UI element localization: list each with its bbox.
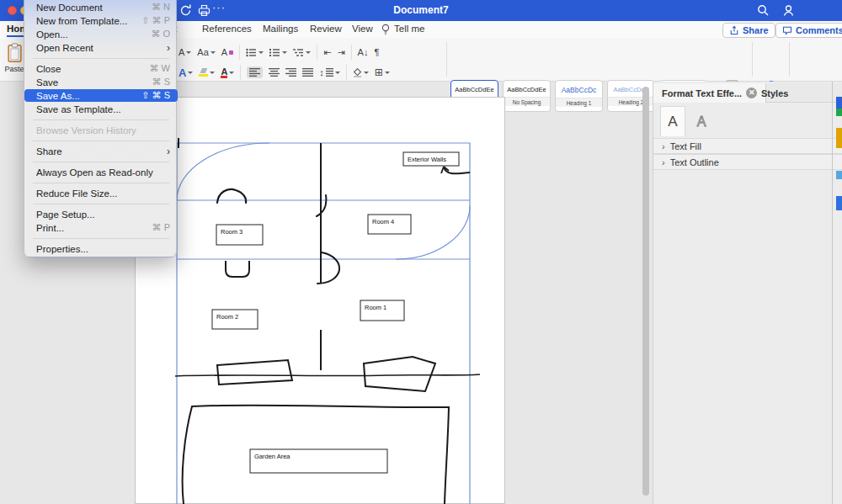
- file-menu: New Document⌘ N New from Template...⇧ ⌘ …: [24, 0, 177, 257]
- menu-item-save[interactable]: Save⌘ S: [24, 76, 178, 88]
- dock-app-green-icon[interactable]: [836, 109, 842, 116]
- ink-callout-arrow[interactable]: [441, 167, 470, 173]
- ink-horizontal-wall[interactable]: [175, 374, 480, 376]
- menu-separator: [33, 58, 169, 59]
- text-outline-options-tab[interactable]: A: [689, 106, 714, 136]
- menu-separator: [33, 162, 169, 162]
- comment-icon: [782, 25, 792, 35]
- menu-item-new-document[interactable]: New Document⌘ N: [24, 1, 178, 13]
- ink-door-frame[interactable]: [226, 261, 249, 277]
- document-scrollbar[interactable]: [642, 87, 649, 496]
- menu-item-save-as-template[interactable]: Save as Template...: [24, 103, 178, 115]
- decrease-indent-button[interactable]: ⇤: [323, 47, 331, 58]
- align-center-button[interactable]: [269, 68, 280, 77]
- menu-item-browse-version-history: Browse Version History: [24, 124, 178, 136]
- menu-separator: [33, 204, 169, 204]
- menu-item-open[interactable]: Open...⌘ O: [24, 28, 178, 40]
- room4-label: Room 4: [372, 218, 394, 225]
- room1-textbox[interactable]: Room 1: [360, 300, 404, 321]
- change-case-button[interactable]: Aa: [197, 47, 215, 57]
- word-app-window: ··· Document7 Home Insert Draw Design La…: [0, 0, 842, 504]
- text-outline-section[interactable]: › Text Outline: [653, 154, 842, 170]
- tab-mailings[interactable]: Mailings: [263, 24, 298, 34]
- exterior-walls-textbox[interactable]: Exterior Walls: [403, 152, 459, 166]
- exterior-walls-label: Exterior Walls: [408, 156, 446, 163]
- menu-item-close[interactable]: Close⌘ W: [24, 62, 178, 75]
- room2-textbox[interactable]: Room 2: [212, 310, 258, 329]
- menu-item-share[interactable]: Share›: [24, 145, 178, 157]
- submenu-arrow-icon: ›: [167, 42, 170, 54]
- format-pane: Format Text Effe... ✕ Styles A A › Text …: [653, 82, 842, 504]
- menu-item-always-open-read-only[interactable]: Always Open as Read-only: [24, 166, 178, 178]
- line-spacing-button[interactable]: ↕: [319, 67, 340, 77]
- room3-textbox[interactable]: Room 3: [216, 225, 263, 245]
- show-paragraph-marks-button[interactable]: ¶: [374, 47, 379, 57]
- shading-button[interactable]: [353, 68, 369, 77]
- align-left-button[interactable]: [247, 66, 263, 78]
- paint-bucket-icon: [353, 68, 362, 77]
- comments-button-label: Comments: [796, 25, 842, 35]
- menu-item-properties[interactable]: Properties...: [24, 242, 178, 255]
- dock-app-blue2-icon[interactable]: [836, 196, 842, 210]
- share-icon: [729, 25, 739, 35]
- menu-separator: [33, 183, 169, 183]
- tab-view[interactable]: View: [352, 24, 373, 34]
- bullet-list-button[interactable]: [246, 48, 264, 57]
- tab-tell-me[interactable]: Tell me: [394, 24, 424, 34]
- menu-item-save-as[interactable]: Save As...⇧ ⌘ S: [24, 89, 178, 102]
- floor-plan-drawing: Exterior Walls Room 3 Room 4 Room 2 Room…: [135, 97, 505, 504]
- garden-area-textbox[interactable]: Garden Area: [250, 449, 387, 473]
- font-size-button[interactable]: A: [179, 47, 191, 57]
- increase-indent-button[interactable]: ⇥: [337, 47, 344, 58]
- text-effects-button[interactable]: A: [179, 66, 193, 79]
- clear-formatting-button[interactable]: A: [221, 47, 233, 57]
- room1-label: Room 1: [365, 304, 386, 311]
- font-color-button[interactable]: A: [221, 67, 234, 78]
- share-button[interactable]: Share: [722, 23, 775, 38]
- menu-separator: [33, 141, 169, 141]
- chevron-right-icon: ›: [662, 157, 665, 167]
- numbered-list-button[interactable]: [269, 48, 287, 57]
- screen-edge-divider: [832, 82, 833, 504]
- outline-a-icon: A: [693, 112, 710, 130]
- comments-button[interactable]: Comments: [775, 23, 842, 38]
- solid-a-icon: A: [668, 114, 677, 130]
- account-icon[interactable]: [781, 3, 796, 18]
- highlighter-icon: [199, 68, 208, 77]
- sort-button[interactable]: A↓: [358, 47, 369, 57]
- ink-left-block[interactable]: [217, 360, 292, 385]
- align-right-button[interactable]: [285, 68, 296, 77]
- text-outline-section-label: Text Outline: [670, 157, 719, 167]
- tab-review[interactable]: Review: [310, 24, 342, 34]
- tab-references[interactable]: References: [202, 24, 252, 34]
- style-no-spacing[interactable]: AaBbCcDdEe No Spacing: [503, 80, 551, 112]
- format-text-effects-tab-label: Format Text Effe...: [662, 88, 742, 98]
- styles-tab-label: Styles: [761, 88, 788, 98]
- menu-item-reduce-file-size[interactable]: Reduce File Size...: [24, 187, 178, 199]
- justify-button[interactable]: [302, 68, 313, 77]
- tab-styles-pane[interactable]: Styles: [753, 83, 797, 103]
- menu-item-print[interactable]: Print...⌘ P: [24, 221, 178, 234]
- tab-format-text-effects[interactable]: Format Text Effe... ✕: [653, 83, 766, 103]
- room3-label: Room 3: [221, 228, 242, 236]
- ink-right-block[interactable]: [364, 357, 435, 391]
- dock-app-yellow-icon[interactable]: [836, 128, 842, 148]
- text-fill-section[interactable]: › Text Fill: [653, 138, 842, 154]
- lightbulb-icon: [381, 24, 391, 36]
- clipboard-icon: [7, 43, 23, 63]
- menu-item-new-from-template[interactable]: New from Template...⇧ ⌘ P: [24, 14, 178, 27]
- search-icon[interactable]: [756, 3, 770, 18]
- menu-item-page-setup[interactable]: Page Setup...: [24, 208, 178, 220]
- style-heading-1[interactable]: AaBbCcDc Heading 1: [555, 80, 603, 112]
- highlight-color-button[interactable]: [199, 68, 215, 77]
- text-fill-options-tab[interactable]: A: [660, 106, 685, 136]
- share-button-label: Share: [743, 25, 769, 35]
- menu-separator: [33, 238, 169, 239]
- multilevel-list-button[interactable]: [293, 48, 311, 57]
- borders-button[interactable]: ⊞: [375, 66, 390, 78]
- dock-app-lightblue-icon[interactable]: [836, 171, 842, 179]
- room2-label: Room 2: [216, 313, 238, 321]
- text-fill-section-label: Text Fill: [670, 141, 701, 151]
- room4-textbox[interactable]: Room 4: [368, 215, 411, 234]
- menu-item-open-recent[interactable]: Open Recent›: [24, 41, 178, 54]
